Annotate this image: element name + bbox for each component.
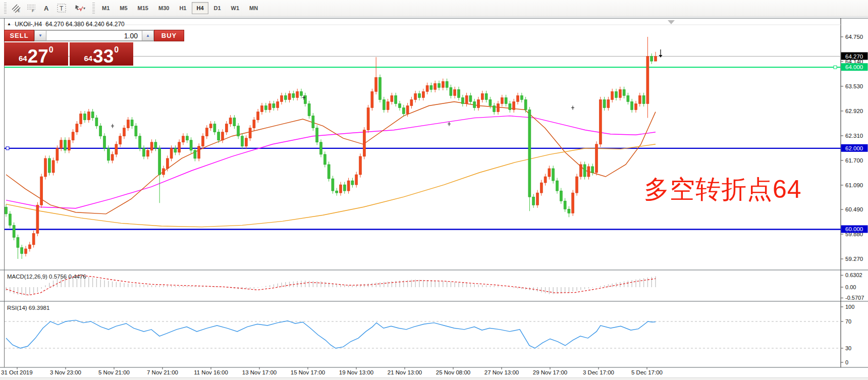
one-click-trading-toggle-icon[interactable]: ▲ <box>7 22 11 26</box>
rsi-indicator-label: RSI(14) 69.3981 <box>7 305 49 311</box>
timeframe-button-m30[interactable]: M30 <box>154 2 174 14</box>
line-handle[interactable] <box>834 66 837 69</box>
timeframe-button-group: M1M5M15M30H1H4D1W1MN <box>97 2 263 14</box>
status-bar <box>0 377 868 380</box>
chart-text-annotation[interactable]: 多空转折点64 <box>644 173 802 206</box>
svg-text:63.530: 63.530 <box>845 83 863 89</box>
time-axis-label: 11 Nov 16:00 <box>194 369 228 375</box>
timeframe-button-m5[interactable]: M5 <box>115 2 132 14</box>
time-axis-label: 21 Nov 13:00 <box>388 369 422 375</box>
volume-input[interactable] <box>46 30 142 41</box>
rsi-line <box>6 320 656 348</box>
sell-button[interactable]: SELL <box>4 30 34 41</box>
svg-text:70: 70 <box>845 318 851 324</box>
time-axis-label: 15 Nov 17:00 <box>291 369 325 375</box>
toolbar-separator <box>92 3 95 14</box>
time-axis-label: 5 Dec 17:00 <box>631 369 663 375</box>
arrows-icon[interactable]: ▾ <box>70 2 90 15</box>
ask-point: 0 <box>114 46 119 54</box>
ask-whole: 64 <box>84 55 92 62</box>
toolbar-drag-handle[interactable] <box>4 3 7 14</box>
svg-text:61.700: 61.700 <box>845 157 863 164</box>
macd-signal-line <box>6 275 656 295</box>
svg-text:30: 30 <box>845 345 851 351</box>
ma-mid-magenta <box>6 116 656 208</box>
timeframe-button-d1[interactable]: D1 <box>209 2 226 14</box>
volume-increase-button[interactable]: ▲ <box>142 30 154 41</box>
svg-text:-0.5707: -0.5707 <box>845 295 864 301</box>
time-axis-label: 31 Oct 2019 <box>1 369 33 375</box>
svg-text:62.310: 62.310 <box>845 133 863 139</box>
time-axis-label: 3 Nov 23:00 <box>50 369 81 375</box>
bid-point: 0 <box>49 46 53 54</box>
text-box-icon[interactable]: T <box>55 2 69 15</box>
ohlc-values: 64.270 64.380 64.240 64.270 <box>45 21 125 28</box>
timeframe-button-h4[interactable]: H4 <box>192 2 208 14</box>
svg-text:62.000: 62.000 <box>845 145 863 151</box>
timeframe-button-h1[interactable]: H1 <box>175 2 191 14</box>
ask-price-tile[interactable]: 64 33 0 <box>70 42 134 66</box>
time-axis-label: 3 Dec 17:00 <box>583 369 614 375</box>
time-axis-label: 13 Nov 17:00 <box>242 369 277 375</box>
time-axis-label: 29 Nov 17:00 <box>533 369 567 375</box>
chart-shift-marker-icon <box>668 20 675 24</box>
time-axis-label: 25 Nov 08:00 <box>436 369 470 375</box>
svg-text:E: E <box>18 9 20 13</box>
volume-stepper: ▼ ▲ <box>34 30 154 41</box>
svg-text:64.000: 64.000 <box>845 64 863 70</box>
timeframe-button-m15[interactable]: M15 <box>133 2 153 14</box>
timeframe-button-w1[interactable]: W1 <box>227 2 244 14</box>
time-axis-label: 27 Nov 13:00 <box>484 369 519 375</box>
one-click-trade-panel: SELL ▼ ▲ BUY 64 27 0 64 33 0 <box>4 30 133 66</box>
macd-indicator-label: MACD(12,26,9) 0.5756 0.4476 <box>7 274 86 280</box>
timeframe-button-mn[interactable]: MN <box>245 2 262 14</box>
bid-pips: 27 <box>28 49 48 64</box>
line-handle[interactable] <box>6 147 9 150</box>
svg-text:0.00: 0.00 <box>845 284 856 290</box>
trading-platform-window: E F A T ▾ M1M5M15M30H1H4D1W1MN 64.75064.… <box>0 0 868 380</box>
svg-text:F: F <box>32 9 34 13</box>
buy-button[interactable]: BUY <box>154 30 184 41</box>
svg-text:A: A <box>44 5 49 12</box>
svg-text:62.920: 62.920 <box>845 108 863 114</box>
svg-text:59.270: 59.270 <box>845 256 863 262</box>
svg-text:60.000: 60.000 <box>845 226 863 232</box>
chevron-down-icon: ▾ <box>83 6 85 11</box>
time-axis-label: 5 Nov 21:00 <box>98 369 130 375</box>
symbol-ohlc-header: ▲ UKOil-,H4 64.270 64.380 64.240 64.270 <box>7 21 125 28</box>
fibonacci-icon[interactable]: F <box>24 2 38 15</box>
svg-text:64.270: 64.270 <box>845 53 863 60</box>
time-axis-label: 19 Nov 13:00 <box>339 369 373 375</box>
svg-text:60.490: 60.490 <box>845 206 863 212</box>
equidistant-channel-icon[interactable]: E <box>9 2 23 15</box>
main-toolbar: E F A T ▾ M1M5M15M30H1H4D1W1MN <box>0 0 868 17</box>
volume-decrease-button[interactable]: ▼ <box>34 30 46 41</box>
svg-text:T: T <box>60 5 64 12</box>
bid-price-tile[interactable]: 64 27 0 <box>4 42 68 66</box>
ma-fast-red <box>6 102 656 214</box>
timeframe-button-m1[interactable]: M1 <box>97 2 114 14</box>
svg-text:61.090: 61.090 <box>845 182 863 188</box>
ask-pips: 33 <box>93 49 114 64</box>
svg-text:0: 0 <box>845 359 848 365</box>
symbol-title: UKOil-,H4 <box>15 21 42 28</box>
time-axis-label: 7 Nov 21:00 <box>147 369 178 375</box>
svg-text:0.6302: 0.6302 <box>845 272 862 278</box>
bid-whole: 64 <box>19 55 27 62</box>
svg-text:64.750: 64.750 <box>845 34 863 40</box>
text-label-icon[interactable]: A <box>39 2 53 15</box>
svg-text:100: 100 <box>845 304 854 310</box>
